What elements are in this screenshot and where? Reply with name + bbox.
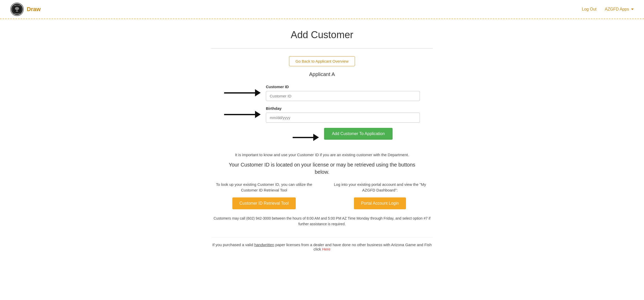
arrow-head-2	[255, 111, 261, 118]
arrow-head-1	[255, 89, 261, 96]
bottom-prefix: If you purchased a valid	[212, 243, 254, 247]
arrow-shaft-2	[224, 114, 255, 115]
add-btn-arrow-wrap: Add Customer To Application	[293, 128, 392, 147]
azgfd-apps-dropdown[interactable]: AZGFD Apps	[605, 7, 634, 12]
portal-account-login-button[interactable]: Portal Account Login	[354, 197, 406, 209]
retrieval-columns: To look up your existing Customer ID, yo…	[211, 182, 433, 209]
arrow-head-3	[313, 134, 319, 141]
arrow1-spacer	[224, 89, 266, 96]
col1-text: To look up your existing Customer ID, yo…	[211, 182, 317, 193]
go-back-button[interactable]: Go Back to Applicant Overview	[289, 56, 355, 66]
navbar: ARIZONA GAME & FISH Draw Log Out AZGFD A…	[0, 0, 644, 19]
retrieval-col-1: To look up your existing Customer ID, yo…	[211, 182, 317, 209]
svg-point-2	[15, 7, 19, 10]
brand: ARIZONA GAME & FISH Draw	[10, 3, 41, 16]
birthday-row: Birthday	[224, 106, 420, 123]
arrow-shaft-3	[293, 137, 313, 138]
customer-id-retrieval-button[interactable]: Customer ID Retrieval Tool	[232, 197, 296, 209]
logout-link[interactable]: Log Out	[582, 7, 597, 12]
birthday-label: Birthday	[266, 106, 420, 111]
customer-id-input[interactable]	[266, 91, 420, 101]
applicant-label: Applicant A	[211, 71, 433, 77]
customer-id-label: Customer ID	[266, 85, 420, 89]
info-line-2: Your Customer ID is located on your lice…	[224, 161, 420, 176]
logo-icon: ARIZONA GAME & FISH	[11, 3, 23, 15]
bottom-here-link[interactable]: Here	[322, 247, 331, 251]
azgfd-apps-label: AZGFD Apps	[605, 7, 629, 12]
add-customer-row: Add Customer To Application	[224, 128, 420, 147]
col2-text: Log into your existing portal account an…	[327, 182, 433, 193]
arrow3	[293, 134, 319, 141]
add-customer-button[interactable]: Add Customer To Application	[324, 128, 392, 140]
arrow2-spacer	[224, 111, 266, 118]
retrieval-col-2: Log into your existing portal account an…	[327, 182, 433, 209]
main-content: Add Customer Go Back to Applicant Overvi…	[206, 19, 438, 267]
phone-info: Customers may call (602) 942-3000 betwee…	[211, 215, 433, 227]
bottom-underline: handwritten	[254, 243, 274, 247]
bottom-suffix: paper licenses from a dealer and have do…	[274, 243, 431, 251]
arrow2	[224, 111, 261, 118]
birthday-input[interactable]	[266, 113, 420, 123]
bottom-info: If you purchased a valid handwritten pap…	[211, 237, 433, 256]
form-section: Customer ID Birthday	[211, 85, 433, 152]
svg-text:ARIZONA: ARIZONA	[14, 13, 20, 14]
chevron-down-icon	[631, 9, 634, 10]
customer-id-row: Customer ID	[224, 85, 420, 101]
arrow1	[224, 89, 261, 96]
navbar-right: Log Out AZGFD Apps	[582, 7, 634, 12]
customer-id-field-block: Customer ID	[266, 85, 420, 101]
birthday-field-block: Birthday	[266, 106, 420, 123]
brand-name: Draw	[27, 6, 41, 13]
page-title: Add Customer	[211, 29, 433, 40]
arrow-shaft-1	[224, 92, 255, 94]
logo: ARIZONA GAME & FISH	[10, 3, 24, 16]
divider	[211, 48, 433, 48]
info-line-1: It is important to know and use your Cus…	[224, 152, 420, 158]
svg-text:GAME & FISH: GAME & FISH	[14, 5, 20, 6]
